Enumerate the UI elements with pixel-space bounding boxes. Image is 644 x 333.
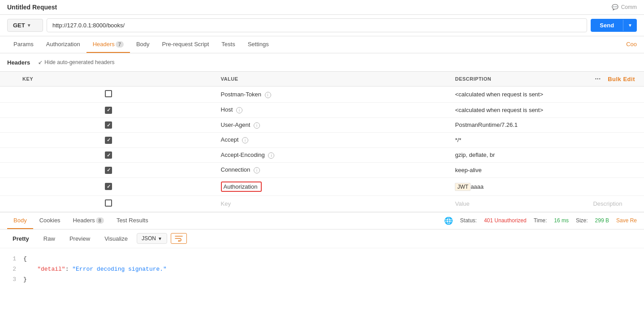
json-key: "detail" — [37, 266, 65, 272]
row-description[interactable] — [588, 117, 644, 133]
row-checkbox[interactable] — [0, 103, 216, 118]
tab-headers[interactable]: Headers7 — [86, 36, 130, 53]
time-label: Time: — [534, 217, 547, 224]
code-line-2: 2 "detail": "Error decoding signature." — [7, 264, 637, 274]
send-button-group: Send ▼ — [591, 19, 637, 32]
row-description[interactable] — [588, 133, 644, 148]
table-row: User-Agent i PostmanRuntime/7.26.1 — [0, 117, 644, 133]
comment-area: 💬 Comm — [612, 4, 637, 10]
tab-cookies-link[interactable]: Coo — [620, 36, 637, 53]
row-checkbox[interactable] — [0, 117, 216, 133]
format-dropdown[interactable]: JSON ▼ — [137, 233, 167, 244]
table-row: Connection i keep-alive — [0, 163, 644, 178]
tab-response-headers[interactable]: Headers8 — [67, 212, 110, 229]
line-number: 2 — [7, 264, 16, 274]
more-options-btn[interactable]: ··· — [593, 75, 602, 82]
row-value[interactable]: */* — [450, 133, 588, 148]
col-description: DESCRIPTION — [450, 72, 588, 86]
headers-section-title: Headers — [7, 59, 30, 66]
authorization-key-cell[interactable]: Authorization — [216, 177, 450, 195]
new-desc-cell[interactable]: Description — [588, 195, 644, 212]
size-label: Size: — [576, 217, 588, 224]
row-checkbox[interactable] — [0, 177, 216, 195]
table-header: KEY VALUE DESCRIPTION ··· Bulk Edit — [0, 72, 644, 86]
method-dropdown[interactable]: GET ▼ — [7, 19, 43, 32]
response-body-toolbar: Pretty Raw Preview Visualize JSON ▼ — [0, 229, 644, 248]
tab-settings[interactable]: Settings — [242, 36, 275, 53]
tab-response-body[interactable]: Body — [7, 212, 33, 229]
info-icon: i — [242, 137, 248, 143]
row-value[interactable]: PostmanRuntime/7.26.1 — [450, 117, 588, 133]
info-icon: i — [268, 152, 274, 159]
desc-placeholder: Description — [593, 200, 622, 207]
info-icon: i — [254, 167, 260, 173]
row-key[interactable]: Postman-Token i — [216, 86, 450, 103]
info-icon: i — [236, 107, 242, 113]
row-checkbox[interactable] — [0, 86, 216, 103]
hide-icon: ↙ — [38, 59, 43, 65]
hide-autogenerated-btn[interactable]: ↙ Hide auto-generated headers — [35, 58, 117, 67]
send-main-button[interactable]: Send — [591, 19, 623, 32]
row-value[interactable]: <calculated when request is sent> — [450, 103, 588, 118]
response-code-area: 1 { 2 "detail": "Error decoding signatur… — [0, 248, 644, 290]
status-label: Status: — [460, 217, 477, 224]
row-value[interactable]: keep-alive — [450, 163, 588, 178]
raw-btn[interactable]: Raw — [38, 233, 61, 244]
save-response-btn[interactable]: Save Re — [616, 217, 637, 224]
send-dropdown-button[interactable]: ▼ — [623, 20, 637, 31]
tab-params[interactable]: Params — [7, 36, 40, 53]
wrap-btn[interactable] — [171, 233, 187, 244]
pretty-btn[interactable]: Pretty — [7, 233, 35, 244]
key-placeholder: Key — [221, 200, 231, 207]
row-key[interactable]: Host i — [216, 103, 450, 118]
request-tabs: Params Authorization Headers7 Body Pre-r… — [0, 36, 644, 53]
tab-tests[interactable]: Tests — [215, 36, 241, 53]
authorization-value-text: aaaa — [471, 183, 484, 190]
table-row: Accept-Encoding i gzip, deflate, br — [0, 147, 644, 163]
jwt-badge: JWT — [455, 183, 471, 191]
authorization-value-cell[interactable]: JWTaaaa — [450, 177, 588, 195]
hide-label: Hide auto-generated headers — [44, 59, 114, 65]
value-placeholder: Value — [455, 200, 469, 207]
row-key[interactable]: Accept i — [216, 133, 450, 148]
response-status-bar: 🌐 Status: 401 Unauthorized Time: 16 ms S… — [444, 216, 637, 225]
method-label: GET — [13, 22, 25, 29]
tab-body[interactable]: Body — [130, 36, 156, 53]
row-description[interactable] — [588, 163, 644, 178]
row-checkbox[interactable] — [0, 147, 216, 163]
table-row: Accept i */* — [0, 133, 644, 148]
row-key[interactable]: Accept-Encoding i — [216, 147, 450, 163]
row-description[interactable] — [588, 177, 644, 195]
new-key-cell[interactable]: Key — [216, 195, 450, 212]
row-checkbox[interactable] — [0, 163, 216, 178]
tab-authorization[interactable]: Authorization — [40, 36, 86, 53]
row-key[interactable]: Connection i — [216, 163, 450, 178]
comment-icon: 💬 — [612, 4, 618, 10]
row-value[interactable]: <calculated when request is sent> — [450, 86, 588, 103]
tab-response-cookies[interactable]: Cookies — [33, 212, 67, 229]
json-value: "Error decoding signature." — [72, 266, 167, 272]
headers-table-container: KEY VALUE DESCRIPTION ··· Bulk Edit Post… — [0, 72, 644, 212]
new-value-cell[interactable]: Value — [450, 195, 588, 212]
row-description[interactable] — [588, 103, 644, 118]
row-description[interactable] — [588, 86, 644, 103]
authorization-key-text: Authorization — [224, 183, 258, 190]
row-description[interactable] — [588, 147, 644, 163]
row-checkbox[interactable] — [0, 133, 216, 148]
tab-test-results[interactable]: Test Results — [110, 212, 155, 229]
tab-prerequest[interactable]: Pre-request Script — [156, 36, 216, 53]
url-input[interactable] — [47, 18, 587, 32]
preview-btn[interactable]: Preview — [64, 233, 95, 244]
size-value: 299 B — [595, 217, 609, 224]
row-value[interactable]: gzip, deflate, br — [450, 147, 588, 163]
code-line-3: 3 } — [7, 274, 637, 285]
col-actions: ··· Bulk Edit — [588, 72, 644, 86]
format-arrow-icon: ▼ — [158, 236, 162, 241]
row-key[interactable]: User-Agent i — [216, 117, 450, 133]
visualize-btn[interactable]: Visualize — [99, 233, 133, 244]
row-checkbox[interactable] — [0, 195, 216, 212]
globe-icon: 🌐 — [444, 216, 453, 225]
line-number: 1 — [7, 254, 16, 264]
info-icon: i — [265, 92, 271, 98]
bulk-edit-btn[interactable]: Bulk Edit — [604, 76, 639, 82]
